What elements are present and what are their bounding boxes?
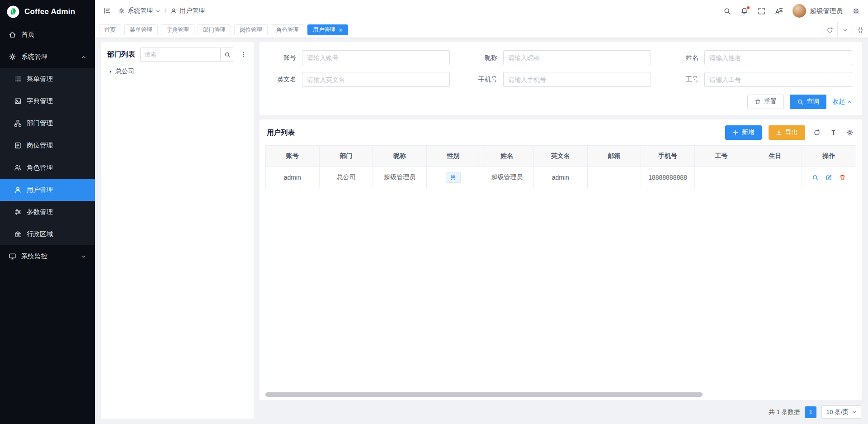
sidebar-item-system-monitor[interactable]: 系统监控 (0, 245, 95, 267)
page-size-select[interactable]: 10 条/页 (821, 405, 861, 419)
work-id-input[interactable] (704, 72, 852, 87)
scrollbar-thumb[interactable] (265, 392, 703, 397)
view-user-button[interactable] (812, 174, 819, 181)
breadcrumb-label: 系统管理 (127, 7, 153, 15)
collapse-filters-button[interactable]: 收起 (832, 98, 852, 106)
sidebar-item-home[interactable]: 首页 (0, 24, 95, 46)
department-search-button[interactable] (220, 48, 234, 62)
home-icon (9, 31, 16, 38)
refresh-table-button[interactable] (812, 129, 822, 136)
column-header-name: 姓名 (480, 146, 534, 167)
tab-label: 岗位管理 (240, 26, 262, 34)
global-search-button[interactable] (723, 7, 731, 15)
user-list-card: 用户列表 新增 导出 (259, 119, 862, 400)
sidebar-item-menu-management[interactable]: 菜单管理 (0, 68, 95, 90)
tab-position-management[interactable]: 岗位管理 (234, 24, 268, 35)
user-menu[interactable]: 超级管理员 (793, 4, 843, 18)
breadcrumb-item-system[interactable]: 系统管理 (118, 7, 160, 15)
page-1-button[interactable]: 1 (805, 406, 816, 418)
query-button-label: 查询 (807, 98, 819, 106)
tab-user-management[interactable]: 用户管理 (307, 24, 348, 35)
query-button[interactable]: 查询 (790, 95, 826, 109)
gender-tag: 男 (446, 172, 461, 183)
filter-field-work-id: 工号 (672, 72, 852, 87)
column-settings-button[interactable] (829, 129, 838, 136)
name-input[interactable] (704, 50, 852, 65)
reset-button[interactable]: 重置 (747, 95, 784, 109)
notification-dot (746, 6, 750, 10)
field-label: 英文名 (269, 76, 302, 84)
sidebar-item-administrative-region[interactable]: 行政区域 (0, 223, 95, 245)
fullscreen-button[interactable] (758, 7, 765, 15)
account-input[interactable] (302, 50, 450, 65)
translate-button[interactable] (775, 7, 783, 15)
collapse-sidebar-button[interactable] (103, 7, 111, 15)
sidebar-item-department-management[interactable]: 部门管理 (0, 112, 95, 134)
close-tab-icon[interactable] (339, 28, 343, 32)
tab-dictionary-management[interactable]: 字典管理 (161, 24, 194, 35)
column-header-email: 邮箱 (587, 146, 641, 167)
chevron-up-icon (81, 54, 86, 60)
sidebar-item-label: 系统监控 (21, 252, 76, 261)
table-settings-button[interactable] (845, 129, 855, 136)
filter-field-nickname: 昵称 (471, 50, 651, 65)
delete-user-button[interactable] (839, 174, 846, 181)
add-button-label: 新增 (742, 129, 755, 137)
sidebar-item-position-management[interactable]: 岗位管理 (0, 134, 95, 157)
breadcrumb-item-user[interactable]: 用户管理 (170, 7, 205, 15)
department-panel: 部门列表 总公司 (101, 42, 254, 419)
magnifier-icon (812, 174, 819, 181)
tab-bar: 首页 菜单管理 字典管理 部门管理 岗位管理 角色管理 用户管理 (95, 22, 868, 38)
table-row[interactable]: admin 总公司 超级管理员 男 超级管理员 admin 1888888888… (266, 167, 856, 188)
sidebar-item-user-management[interactable]: 用户管理 (0, 179, 95, 201)
filter-actions: 重置 查询 收起 (269, 95, 852, 109)
tab-role-management[interactable]: 角色管理 (271, 24, 304, 35)
department-search-group (140, 48, 234, 62)
notifications-button[interactable] (741, 7, 748, 15)
main-area: 系统管理 / 用户管理 (95, 0, 868, 424)
sliders-icon (14, 208, 22, 216)
sidebar-item-label: 用户管理 (27, 186, 86, 194)
tab-menu-management[interactable]: 菜单管理 (124, 24, 158, 35)
english-name-input[interactable] (302, 72, 450, 87)
avatar (793, 4, 806, 18)
tree-node-head-office[interactable]: 总公司 (107, 66, 247, 77)
chevron-down-icon (842, 27, 848, 33)
filter-field-name: 姓名 (672, 50, 852, 65)
collapse-label: 收起 (832, 98, 845, 106)
total-count-text: 共 1 条数据 (769, 408, 800, 416)
sidebar-item-role-management[interactable]: 角色管理 (0, 157, 95, 179)
monitor-icon (9, 252, 16, 260)
sidebar-item-dictionary-management[interactable]: 字典管理 (0, 90, 95, 112)
current-username: 超级管理员 (810, 7, 843, 15)
trash-icon (839, 174, 846, 181)
tab-label: 首页 (104, 26, 116, 34)
filter-field-english-name: 英文名 (269, 72, 450, 87)
phone-input[interactable] (503, 72, 651, 87)
gear-icon (852, 7, 860, 15)
horizontal-scrollbar[interactable] (265, 392, 856, 397)
sidebar-item-label: 字典管理 (27, 97, 86, 105)
open-tabs: 首页 菜单管理 字典管理 部门管理 岗位管理 角色管理 用户管理 (99, 22, 822, 38)
sidebar-item-system-management[interactable]: 系统管理 (0, 46, 95, 68)
user-table: 账号 部门 昵称 性别 姓名 英文名 邮箱 手机号 工号 生日 (265, 145, 856, 188)
tab-options-button[interactable] (837, 22, 853, 38)
tab-department-management[interactable]: 部门管理 (198, 24, 231, 35)
caret-right-icon[interactable] (108, 69, 113, 74)
download-icon (776, 129, 782, 136)
nickname-input[interactable] (503, 50, 651, 65)
department-more-button[interactable] (239, 51, 247, 58)
export-button[interactable]: 导出 (769, 125, 805, 140)
edit-user-button[interactable] (826, 174, 832, 181)
content-fullscreen-button[interactable] (853, 22, 868, 38)
department-search-input[interactable] (140, 48, 220, 62)
settings-button[interactable] (852, 7, 860, 15)
sidebar-item-parameter-management[interactable]: 参数管理 (0, 201, 95, 223)
search-filter-card: 账号 昵称 姓名 英文名 (259, 42, 862, 115)
add-user-button[interactable]: 新增 (725, 125, 762, 140)
refresh-tab-button[interactable] (822, 22, 837, 38)
app-logo[interactable]: Coffee Admin (0, 0, 95, 24)
edit-icon (826, 174, 832, 181)
cell-birthday (748, 167, 802, 188)
tab-home[interactable]: 首页 (99, 24, 121, 35)
